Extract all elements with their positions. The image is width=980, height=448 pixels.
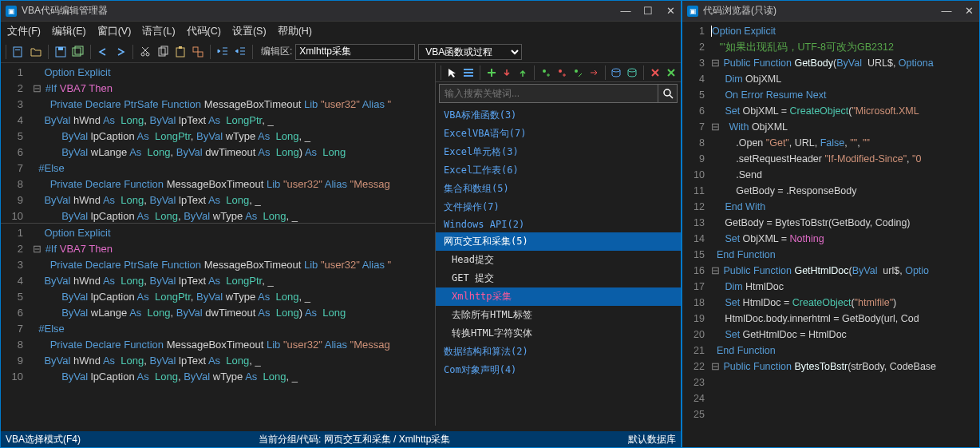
svg-point-18 — [559, 69, 562, 73]
svg-rect-11 — [179, 46, 182, 49]
r-close-button[interactable]: ✕ — [963, 6, 974, 17]
menu-help[interactable]: 帮助(H) — [278, 25, 312, 38]
svg-point-17 — [543, 69, 546, 73]
tree-item[interactable]: 数据结构和算法(2) — [436, 343, 681, 361]
tree-item[interactable]: 文件操作(7) — [436, 198, 681, 216]
svg-rect-3 — [58, 47, 63, 50]
tree-sub-item[interactable]: Xmlhttp采集 — [436, 287, 681, 306]
replace-icon[interactable] — [191, 45, 205, 59]
right-code[interactable]: Option Explicit '''如果出现乱码，UTF-8可改为GB2312… — [709, 22, 979, 447]
status-right: 默认数据库 — [628, 433, 676, 446]
left-title: VBA代码编辑管理器 — [22, 4, 620, 18]
gutter-top: 12345678910 — [1, 63, 30, 223]
close-button[interactable]: ✕ — [665, 6, 676, 17]
svg-point-20 — [612, 69, 620, 72]
db-teal-icon[interactable] — [626, 66, 638, 79]
db-blue-icon[interactable] — [611, 66, 623, 79]
app-logo-icon: ▣ — [6, 6, 17, 17]
window-controls: — ☐ ✕ — [620, 6, 676, 17]
tree-sub-item[interactable]: Head提交 — [436, 251, 681, 269]
tree-view[interactable]: VBA标准函数(3)ExcelVBA语句(7)Excel单元格(3)Excel工… — [436, 105, 681, 426]
r-minimize-button[interactable]: — — [941, 6, 952, 17]
tree-item[interactable]: Excel工作表(6) — [436, 161, 681, 180]
delete-red-icon[interactable] — [649, 66, 662, 79]
tree-item[interactable]: VBA标准函数(3) — [436, 106, 681, 125]
svg-rect-15 — [464, 72, 473, 73]
down-red-icon[interactable] — [501, 66, 514, 79]
search-button[interactable] — [658, 85, 677, 102]
tree-sub-item[interactable]: 去除所有HTML标签 — [436, 306, 681, 324]
svg-rect-10 — [176, 48, 184, 57]
list-blue-icon[interactable] — [462, 66, 475, 79]
right-editor: 1234567891011121314151617181920212223242… — [682, 22, 979, 447]
right-title: 代码浏览器(只读) — [703, 4, 941, 18]
status-mid: 当前分组/代码: 网页交互和采集 / Xmlhttp采集 — [259, 433, 451, 446]
search-input[interactable] — [440, 85, 658, 102]
tree-item[interactable]: 集合和数组(5) — [436, 180, 681, 198]
tree-sub-item[interactable]: 转换HTML字符实体 — [436, 324, 681, 343]
svg-rect-1 — [15, 50, 20, 50]
saveall-icon[interactable] — [71, 45, 85, 59]
delete-green-icon[interactable] — [665, 66, 678, 79]
editors-area: 12345678910 Option Explicit⊟ #If VBA7 Th… — [1, 63, 681, 431]
svg-rect-12 — [193, 47, 198, 52]
move-red-icon[interactable] — [587, 66, 600, 79]
redo-icon[interactable] — [113, 45, 128, 59]
svg-rect-13 — [198, 52, 203, 57]
menu-settings[interactable]: 设置(S) — [232, 25, 267, 38]
edit-area-label: 编辑区: — [261, 45, 292, 58]
main-toolbar: 编辑区: VBA函数或过程 — [1, 41, 681, 63]
svg-rect-14 — [464, 69, 473, 70]
up-green-icon[interactable] — [516, 66, 529, 79]
svg-rect-16 — [464, 75, 473, 77]
copy-icon[interactable] — [156, 45, 170, 59]
outdent-icon[interactable] — [215, 45, 230, 59]
select-icon[interactable] — [446, 66, 459, 79]
menu-file[interactable]: 文件(F) — [7, 25, 41, 38]
status-bar: VBA选择模式(F4) 当前分组/代码: 网页交互和采集 / Xmlhttp采集… — [1, 431, 681, 447]
menu-code[interactable]: 代码(C) — [187, 25, 221, 38]
tree-item[interactable]: 网页交互和采集(5) — [436, 232, 681, 251]
gutter-bottom: 12345678910 — [1, 224, 30, 390]
status-left: VBA选择模式(F4) — [6, 433, 81, 446]
add-node-red-icon[interactable] — [555, 66, 568, 79]
minimize-button[interactable]: — — [620, 6, 631, 17]
menu-edit[interactable]: 编辑(E) — [52, 25, 86, 38]
right-panel: ▣ 代码浏览器(只读) — ✕ 123456789101112131415161… — [682, 0, 980, 448]
edit-node-icon[interactable] — [571, 66, 584, 79]
cut-icon[interactable] — [138, 45, 152, 59]
left-titlebar: ▣ VBA代码编辑管理器 — ☐ ✕ — [1, 1, 681, 22]
menu-language[interactable]: 语言(L) — [142, 25, 175, 38]
tree-item[interactable]: Excel单元格(3) — [436, 143, 681, 161]
indent-icon[interactable] — [233, 45, 247, 59]
side-toolbar — [436, 63, 681, 82]
left-panel: ▣ VBA代码编辑管理器 — ☐ ✕ 文件(F) 编辑(E) 窗口(V) 语言(… — [0, 0, 682, 448]
tree-item[interactable]: ExcelVBA语句(7) — [436, 125, 681, 143]
tree-item[interactable]: Com对象声明(4) — [436, 361, 681, 379]
svg-point-21 — [628, 69, 636, 72]
svg-rect-0 — [14, 47, 22, 57]
browser-logo-icon: ▣ — [687, 6, 698, 17]
add-node-green-icon[interactable] — [539, 66, 552, 79]
tree-item[interactable]: Windows API(2) — [436, 216, 681, 232]
search-box — [439, 84, 678, 103]
open-icon[interactable] — [29, 45, 43, 59]
paste-icon[interactable] — [173, 45, 188, 59]
edit-area-field[interactable] — [295, 44, 415, 60]
type-dropdown[interactable]: VBA函数或过程 — [418, 44, 522, 60]
save-icon[interactable] — [53, 45, 68, 59]
tree-sub-item[interactable]: GET 提交 — [436, 269, 681, 287]
add-green-icon[interactable] — [485, 66, 498, 79]
svg-point-22 — [664, 89, 670, 96]
right-titlebar: ▣ 代码浏览器(只读) — ✕ — [682, 1, 979, 22]
svg-point-6 — [141, 53, 144, 56]
new-icon[interactable] — [11, 45, 26, 59]
maximize-button[interactable]: ☐ — [642, 6, 654, 17]
menu-window[interactable]: 窗口(V) — [97, 25, 132, 38]
svg-point-7 — [146, 53, 149, 56]
right-gutter: 1234567891011121314151617181920212223242… — [682, 22, 709, 447]
side-panel: VBA标准函数(3)ExcelVBA语句(7)Excel单元格(3)Excel工… — [435, 63, 681, 426]
undo-icon[interactable] — [96, 45, 110, 59]
svg-point-19 — [575, 69, 578, 73]
menubar: 文件(F) 编辑(E) 窗口(V) 语言(L) 代码(C) 设置(S) 帮助(H… — [1, 22, 681, 41]
